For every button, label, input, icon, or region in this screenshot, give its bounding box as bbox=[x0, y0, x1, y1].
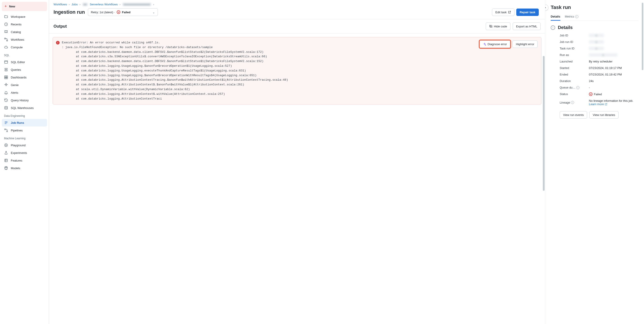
tab-metrics[interactable]: Metrics i bbox=[565, 13, 578, 21]
diagnose-error-button[interactable]: Diagnose error bbox=[480, 40, 510, 48]
features-icon bbox=[4, 158, 8, 162]
book-icon bbox=[4, 30, 8, 34]
status-value: ✕Failed bbox=[589, 92, 638, 96]
started-value: 07/23/2024, 01:19:17 PM bbox=[589, 66, 638, 70]
chevron-right-icon: › bbox=[69, 3, 70, 6]
sidebar-item-workflows[interactable]: Workflows bbox=[2, 36, 47, 43]
run-as-value: x bbox=[589, 53, 618, 57]
info-icon: i bbox=[551, 25, 555, 30]
scrollbar[interactable] bbox=[642, 3, 643, 70]
flask-icon bbox=[4, 151, 8, 155]
history-icon bbox=[4, 98, 8, 102]
info-icon: i bbox=[576, 86, 580, 89]
sidebar-item-label: Dashboards bbox=[11, 76, 26, 79]
edit-task-label: Edit task bbox=[495, 10, 506, 14]
highlight-error-button[interactable]: Highlight error bbox=[512, 40, 538, 48]
error-icon: ✕ bbox=[589, 92, 592, 96]
breadcrumb-workflows[interactable]: Workflows bbox=[54, 3, 67, 6]
tab-details[interactable]: Details bbox=[551, 13, 560, 21]
sidebar-item-label: Query History bbox=[11, 99, 28, 102]
sidebar-item-label: Job Runs bbox=[11, 121, 24, 124]
sidebar-item-label: Models bbox=[11, 166, 20, 170]
info-icon: i bbox=[575, 15, 578, 18]
sidebar-item-playground[interactable]: Playground bbox=[2, 141, 47, 149]
svg-rect-7 bbox=[6, 77, 8, 79]
sidebar-item-alerts[interactable]: Alerts bbox=[2, 89, 47, 96]
sidebar-item-recents[interactable]: Recents bbox=[2, 20, 47, 28]
job-run-id-value: x bbox=[589, 40, 604, 43]
folder-icon bbox=[4, 14, 8, 19]
view-run-events-button[interactable]: View run events bbox=[560, 111, 587, 119]
flow-icon bbox=[4, 37, 8, 41]
edit-task-button[interactable]: Edit task bbox=[492, 8, 514, 16]
label-job-run-id: Job run ID bbox=[560, 40, 584, 43]
sql-icon bbox=[4, 60, 8, 64]
view-run-libraries-button[interactable]: View run libraries bbox=[589, 111, 618, 119]
sidebar-item-queries[interactable]: Queries bbox=[2, 66, 47, 73]
breadcrumb-redacted: xxxxxxxxxxxxxxxxxx bbox=[122, 3, 151, 6]
sidebar-item-sql-warehouses[interactable]: SQL Warehouses bbox=[2, 104, 47, 112]
chevron-down-icon: ⌄ bbox=[152, 10, 155, 14]
svg-rect-3 bbox=[4, 61, 8, 63]
playground-icon bbox=[4, 143, 8, 147]
sidebar-item-pipelines[interactable]: Pipelines bbox=[2, 126, 47, 134]
new-button[interactable]: + New bbox=[2, 2, 47, 11]
task-run-id-value: x bbox=[589, 47, 604, 50]
warehouse-icon bbox=[4, 106, 8, 110]
info-icon: i bbox=[571, 101, 574, 104]
chevron-right-icon: › bbox=[80, 3, 80, 6]
dashboard-icon bbox=[4, 75, 8, 79]
breadcrumb-serverless[interactable]: Serverless Workflows bbox=[90, 3, 118, 6]
sparkle-icon bbox=[483, 43, 486, 46]
svg-rect-6 bbox=[4, 77, 6, 79]
retry-select[interactable]: Retry: 1st (latest) · ✕ Failed ⌄ bbox=[88, 8, 158, 16]
sidebar-item-label: SQL Warehouses bbox=[11, 106, 34, 110]
error-box: ! Diagnose error Highlight error Executi… bbox=[52, 37, 542, 104]
sidebar-item-label: Experiments bbox=[11, 151, 27, 155]
export-html-button[interactable]: Export as HTML bbox=[513, 22, 540, 30]
label-started: Started bbox=[560, 66, 584, 70]
svg-point-9 bbox=[4, 129, 6, 130]
title-row: Ingestion run Retry: 1st (latest) · ✕ Fa… bbox=[54, 6, 540, 19]
sidebar-item-job-runs[interactable]: Job Runs bbox=[2, 119, 47, 126]
scrollbar[interactable] bbox=[543, 56, 544, 191]
sidebar-item-label: Compute bbox=[11, 46, 23, 49]
cloud-icon bbox=[4, 45, 8, 49]
label-launched: Launched bbox=[560, 60, 584, 63]
chevron-right-icon: › bbox=[153, 3, 154, 6]
sidebar-item-label: SQL Editor bbox=[11, 60, 25, 64]
sidebar-item-catalog[interactable]: Catalog bbox=[2, 28, 47, 36]
sidebar-item-models[interactable]: Models bbox=[2, 164, 47, 172]
svg-rect-5 bbox=[6, 76, 8, 77]
error-output: ! Diagnose error Highlight error Executi… bbox=[49, 33, 545, 324]
label-ended: Ended bbox=[560, 73, 584, 76]
sidebar-item-genie[interactable]: Genie bbox=[2, 81, 47, 89]
svg-point-10 bbox=[6, 131, 8, 132]
launched-value: By retry scheduler bbox=[589, 60, 638, 63]
learn-more-link[interactable]: Learn more bbox=[589, 102, 607, 106]
sidebar-item-label: Genie bbox=[11, 83, 19, 87]
svg-rect-2 bbox=[6, 40, 8, 41]
sidebar-item-sql-editor[interactable]: SQL Editor bbox=[2, 58, 47, 66]
error-icon: ! bbox=[56, 41, 60, 44]
panel-tabs: Details Metrics i bbox=[551, 13, 638, 21]
sidebar-item-experiments[interactable]: Experiments bbox=[2, 149, 47, 157]
repair-task-button[interactable]: Repair task bbox=[516, 8, 539, 16]
sidebar-item-compute[interactable]: Compute bbox=[2, 43, 47, 51]
external-link-icon bbox=[508, 10, 511, 14]
sidebar-item-workspace[interactable]: Workspace bbox=[2, 13, 47, 20]
hide-code-button[interactable]: Hide code bbox=[486, 22, 511, 30]
sidebar-item-label: Workflows bbox=[11, 38, 24, 41]
label-duration: Duration bbox=[560, 79, 584, 83]
sidebar-item-query-history[interactable]: Query History bbox=[2, 96, 47, 104]
external-link-icon bbox=[605, 103, 607, 106]
breadcrumb-jobs[interactable]: Jobs bbox=[72, 3, 78, 6]
clock-icon bbox=[4, 22, 8, 26]
label-queue: Queue du…i bbox=[560, 86, 584, 89]
bell-icon bbox=[4, 90, 8, 95]
sidebar-item-dashboards[interactable]: Dashboards bbox=[2, 73, 47, 81]
sidebar-item-features[interactable]: Features bbox=[2, 157, 47, 164]
sidebar-item-label: Catalog bbox=[11, 30, 21, 34]
collapse-panel-button[interactable] bbox=[545, 4, 548, 11]
retry-status: Failed bbox=[122, 10, 131, 14]
